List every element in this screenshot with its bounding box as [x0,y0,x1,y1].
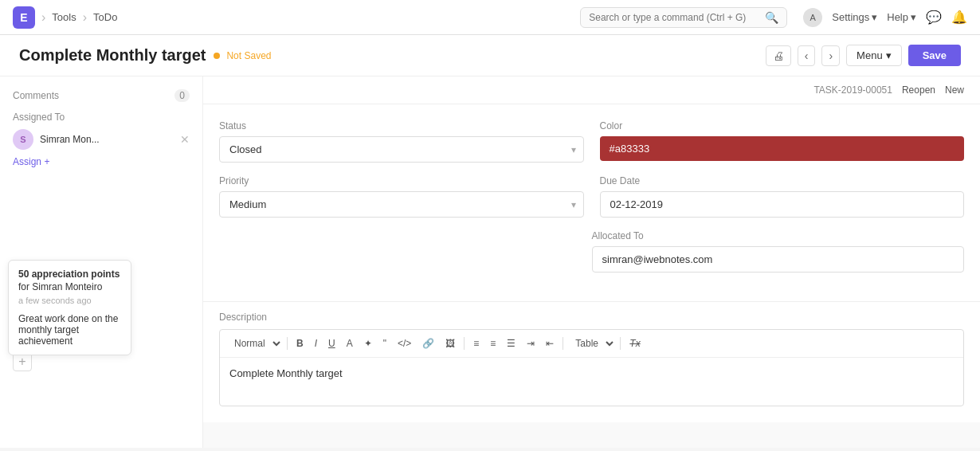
status-select[interactable]: Closed [219,136,584,163]
priority-select[interactable]: Medium [219,191,584,218]
status-label: Status [219,120,584,131]
breadcrumb-sep-1: › [41,10,45,25]
comments-count: 0 [174,89,190,102]
popup-message: Great work done on the monthly target ac… [18,313,121,347]
appreciation-popup: 50 appreciation points for Simran Montei… [8,260,131,355]
search-input[interactable] [589,12,760,23]
priority-select-wrapper: Medium ▾ [219,191,584,218]
comments-label: Comments [13,90,59,101]
align-center-button[interactable]: ☰ [502,335,520,351]
search-icon: 🔍 [765,11,778,24]
ordered-list-button[interactable]: ≡ [468,335,484,351]
breadcrumb-todo[interactable]: ToDo [93,11,117,23]
toolbar-sep-4 [620,337,621,350]
settings-button[interactable]: Settings ▾ [832,11,877,23]
help-button[interactable]: Help ▾ [887,11,916,23]
not-saved-label: Not Saved [226,50,271,61]
page-header: Complete Monthly target Not Saved 🖨 ‹ › … [0,35,980,76]
title-area: Complete Monthly target Not Saved [19,46,272,65]
comments-header: Comments 0 [13,89,190,102]
person-avatar: S [13,129,33,150]
priority-group: Priority Medium ▾ [219,175,584,218]
form-row-1: Status Closed ▾ Color #a83333 [219,120,964,163]
search-bar[interactable]: 🔍 [580,7,787,28]
app-logo: E [13,6,35,29]
due-date-label: Due Date [600,175,965,186]
top-nav: E › Tools › ToDo 🔍 A Settings ▾ Help ▾ 💬… [0,0,980,35]
underline-button[interactable]: U [323,335,340,351]
allocated-to-label: Allocated To [592,230,965,241]
assign-link[interactable]: Assign + [13,156,190,167]
person-name: Simran Mon... [40,134,174,145]
indent-button[interactable]: ⇥ [522,335,539,351]
page-actions: 🖨 ‹ › Menu ▾ Save [766,45,961,66]
menu-button[interactable]: Menu ▾ [846,45,902,66]
task-id: TASK-2019-00051 [813,84,892,96]
toolbar-sep-1 [287,337,288,350]
reopen-button[interactable]: Reopen [902,84,935,96]
breadcrumb-tools[interactable]: Tools [52,11,76,23]
right-content: TASK-2019-00051 Reopen New Status Closed… [203,76,980,448]
new-button[interactable]: New [945,84,964,96]
form-row-2: Priority Medium ▾ Due Date [219,175,964,218]
priority-label: Priority [219,175,584,186]
table-select[interactable]: Table [567,335,616,352]
assigned-to-label: Assigned To [13,112,190,123]
bell-icon[interactable]: 🔔 [951,10,967,25]
avatar: A [803,8,822,27]
outdent-button[interactable]: ⇤ [541,335,559,351]
description-label: Description [219,302,964,329]
next-button[interactable]: › [821,45,840,66]
editor-toolbar: Normal B I U A ✦ " </> 🔗 🖼 ≡ ≡ ☰ ⇥ [220,330,963,358]
editor-body[interactable]: Complete Monthly target [220,358,963,406]
task-header-bar: TASK-2019-00051 Reopen New [203,76,980,104]
main-layout: Comments 0 Assigned To S Simran Mon... ✕… [0,76,980,448]
prev-button[interactable]: ‹ [798,45,816,66]
editor-container: Normal B I U A ✦ " </> 🔗 🖼 ≡ ≡ ☰ ⇥ [219,329,964,406]
breadcrumb-sep-2: › [83,10,87,25]
color-label: Color [600,120,965,131]
unordered-list-button[interactable]: ≡ [485,335,500,351]
highlight-button[interactable]: ✦ [359,335,377,351]
print-button[interactable]: 🖨 [766,45,791,66]
allocated-to-input[interactable] [592,246,965,273]
color-group: Color #a83333 [600,120,965,163]
popup-time: a few seconds ago [18,296,121,305]
popup-for: for Simran Monteiro [18,281,121,292]
due-date-group: Due Date [600,175,965,218]
remove-person-button[interactable]: ✕ [180,133,190,146]
editor-content: Complete Monthly target [229,367,343,379]
status-group: Status Closed ▾ [219,120,584,163]
bold-button[interactable]: B [292,335,308,351]
chat-icon[interactable]: 💬 [926,10,942,25]
form-area: Status Closed ▾ Color #a83333 [203,104,980,301]
form-row-3: Allocated To [219,230,964,273]
italic-button[interactable]: I [310,335,322,351]
popup-points: 50 appreciation points [18,269,121,280]
assign-plus: + [44,156,49,167]
left-sidebar: Comments 0 Assigned To S Simran Mon... ✕… [0,76,203,448]
assigned-person: S Simran Mon... ✕ [13,129,190,150]
code-button[interactable]: </> [393,335,416,351]
text-color-button[interactable]: A [342,335,358,351]
save-button[interactable]: Save [908,45,961,66]
quote-button[interactable]: " [378,335,391,351]
toolbar-sep-3 [563,337,563,350]
description-section: Description Normal B I U A ✦ " </> 🔗 🖼 [203,301,980,422]
page-title: Complete Monthly target [19,46,206,65]
status-select-wrapper: Closed ▾ [219,136,584,163]
not-saved-dot [214,53,220,59]
due-date-input[interactable] [600,191,965,218]
nav-right: A Settings ▾ Help ▾ 💬 🔔 [803,8,967,27]
not-saved-indicator: Not Saved [214,50,271,61]
image-button[interactable]: 🖼 [441,335,460,351]
allocated-to-group: Allocated To [592,230,965,273]
color-field[interactable]: #a83333 [600,136,965,161]
toolbar-sep-2 [464,337,465,350]
link-button[interactable]: 🔗 [417,335,439,351]
text-style-select[interactable]: Normal [226,335,283,352]
clear-format-button[interactable]: Tx [625,335,645,351]
